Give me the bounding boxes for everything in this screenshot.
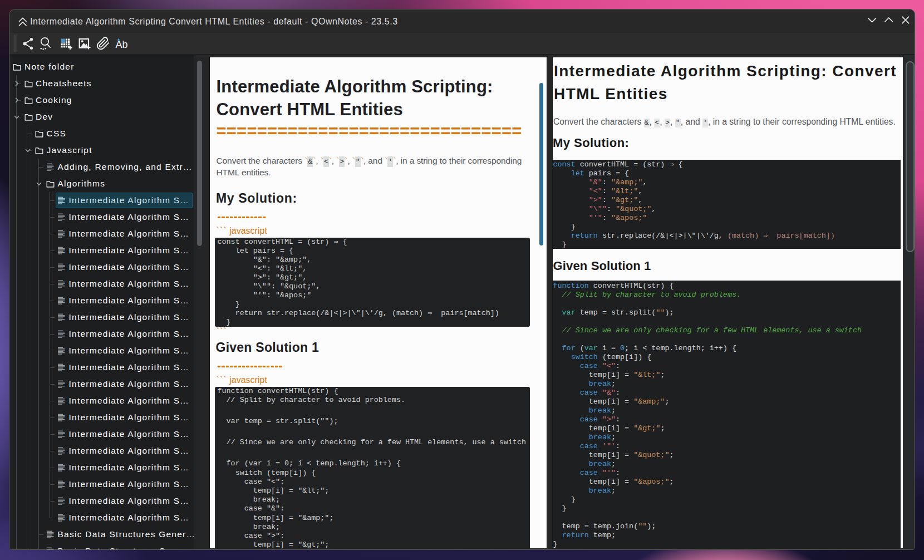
svg-text:Ab: Ab bbox=[116, 39, 128, 50]
